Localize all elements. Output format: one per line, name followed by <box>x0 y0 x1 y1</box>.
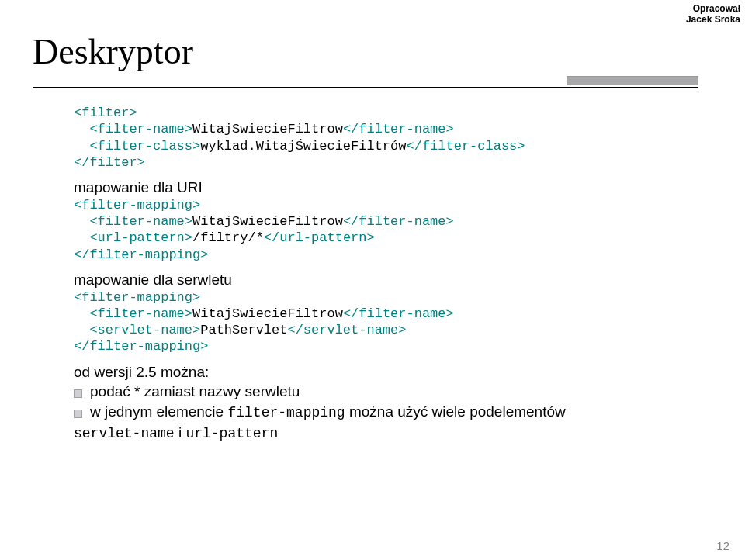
code-line: </filter-name> <box>343 122 454 137</box>
bullet-item: podać * zamiast nazwy serwletu <box>74 382 698 401</box>
code-line: <filter-class> <box>74 139 200 154</box>
code-text: wyklad.WitajŚwiecieFiltrów <box>200 139 406 154</box>
code-line: <filter-mapping> <box>74 290 200 305</box>
code-line: <servlet-name> <box>74 323 200 337</box>
bullet-frag: w jednym elemencie <box>90 403 227 420</box>
code-inline: servlet-name <box>74 426 175 441</box>
code-text: WitajSwiecieFiltrow <box>192 306 343 321</box>
slide-body: <filter> <filter-name>WitajSwiecieFiltro… <box>74 105 698 442</box>
title-rule <box>33 87 698 88</box>
section-label-servlet: mapowanie dla serwletu <box>74 271 698 289</box>
code-text: WitajSwiecieFiltrow <box>192 122 343 137</box>
code-block-mapping-uri: <filter-mapping> <filter-name>WitajSwiec… <box>74 197 698 263</box>
code-line: </filter-mapping> <box>74 339 208 354</box>
author-credit: Opracował Jacek Sroka <box>686 3 740 26</box>
bullet-item: w jednym elemencie filter-mapping można … <box>74 403 698 422</box>
code-line: <filter-mapping> <box>74 198 200 213</box>
code-line: </filter-mapping> <box>74 247 208 262</box>
code-line: </filter> <box>74 155 145 170</box>
code-line: </servlet-name> <box>287 323 406 337</box>
section-label-uri: mapowanie dla URI <box>74 178 698 197</box>
code-line: <filter> <box>74 105 137 120</box>
credit-line2: Jacek Sroka <box>686 14 740 25</box>
code-line: <url-pattern> <box>74 230 192 245</box>
bullet-frag: i <box>175 424 186 441</box>
bullet-icon <box>74 389 82 398</box>
bullet-text: w jednym elemencie filter-mapping można … <box>90 403 566 422</box>
code-line: </filter-name> <box>343 214 454 229</box>
code-line: <filter-name> <box>74 214 192 229</box>
code-line: <filter-name> <box>74 306 192 321</box>
code-inline: filter-mapping <box>227 405 345 420</box>
code-text: /filtry/* <box>192 230 264 245</box>
footer-heading: od wersji 2.5 można: <box>74 363 698 382</box>
code-line: </filter-class> <box>406 139 525 154</box>
bullet-text: podać * zamiast nazwy serwletu <box>90 382 300 401</box>
credit-line1: Opracował <box>693 3 740 14</box>
code-line: </url-pattern> <box>264 230 375 245</box>
code-line: </filter-name> <box>343 306 454 321</box>
bullet-continuation: servlet-name i url-pattern <box>74 423 698 443</box>
bullet-icon <box>74 410 82 418</box>
code-text: WitajSwiecieFiltrow <box>192 214 343 229</box>
title-rule-shadow <box>567 76 698 85</box>
code-inline: url-pattern <box>185 426 278 441</box>
bullet-frag: można użyć wiele podelementów <box>345 403 566 420</box>
code-block-filter: <filter> <filter-name>WitajSwiecieFiltro… <box>74 105 698 171</box>
footer-block: od wersji 2.5 można: podać * zamiast naz… <box>74 363 698 443</box>
code-text: PathServlet <box>200 323 287 337</box>
page-number: 12 <box>716 539 729 552</box>
slide-title: Deskryptor <box>33 31 193 72</box>
code-block-mapping-servlet: <filter-mapping> <filter-name>WitajSwiec… <box>74 289 698 355</box>
code-line: <filter-name> <box>74 122 192 137</box>
